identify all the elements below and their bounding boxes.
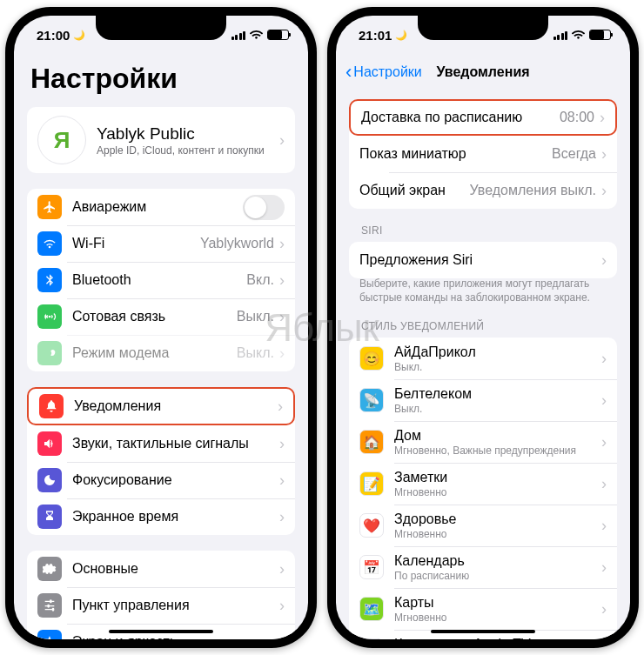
chevron-icon: › — [279, 271, 285, 290]
row-bluetooth[interactable]: Bluetooth Вкл.› — [27, 262, 295, 298]
sliders-icon — [37, 593, 62, 618]
app-label: АйДаПрикол — [394, 344, 601, 360]
app-icon: 🗺️ — [359, 597, 384, 621]
chevron-left-icon: ‹ — [345, 63, 352, 82]
home-indicator[interactable] — [431, 630, 535, 633]
chevron-icon: › — [601, 391, 607, 410]
cellular-icon — [553, 30, 568, 40]
row-app[interactable]: 📅КалендарьПо расписанию› — [349, 546, 617, 588]
chevron-icon: › — [279, 235, 285, 253]
row-screen-sharing[interactable]: Общий экран Уведомления выкл.› — [349, 172, 617, 209]
wifi-icon — [37, 231, 62, 256]
chevron-icon: › — [601, 558, 607, 577]
chevron-icon: › — [278, 398, 283, 416]
page-title: Уведомления — [436, 64, 529, 80]
app-label: Дом — [394, 428, 601, 444]
app-icon: 📅 — [359, 555, 384, 579]
row-notifications[interactable]: Уведомления› — [27, 387, 295, 425]
row-wifi[interactable]: Wi-Fi Yablykworld› — [27, 225, 295, 262]
row-siri-suggestions[interactable]: Предложения Siri› — [349, 242, 617, 278]
app-label: Здоровье — [394, 511, 601, 527]
moon-icon — [37, 468, 62, 492]
app-sub: Мгновенно — [394, 486, 601, 498]
app-label: Карты — [394, 595, 601, 611]
chevron-icon: › — [279, 560, 285, 578]
row-app[interactable]: 🗺️КартыМгновенно› — [349, 588, 617, 630]
row-cellular[interactable]: Сотовая связь Выкл.› — [27, 298, 295, 335]
row-app[interactable]: 😊АйДаПриколВыкл.› — [349, 338, 617, 379]
row-app[interactable]: 📝ЗаметкиМгновенно› — [349, 463, 617, 505]
chevron-icon: › — [279, 131, 285, 150]
row-app[interactable]: 📡БелтелекомВыкл.› — [349, 379, 617, 421]
battery-icon — [267, 30, 289, 40]
chevron-icon: › — [279, 308, 285, 326]
hourglass-icon — [37, 505, 62, 529]
row-sounds[interactable]: Звуки, тактильные сигналы› — [27, 425, 295, 462]
chevron-icon: › — [279, 471, 285, 490]
row-hotspot[interactable]: Режим модема Выкл.› — [27, 335, 295, 371]
app-icon: 📝 — [359, 471, 384, 496]
chevron-icon: › — [279, 435, 285, 453]
apple-id-sub: Apple ID, iCloud, контент и покупки — [97, 144, 279, 157]
chevron-icon: › — [279, 344, 285, 363]
bell-icon — [39, 394, 64, 418]
battery-icon — [589, 30, 611, 40]
airplane-toggle[interactable] — [243, 195, 285, 220]
page-title: Настройки — [30, 63, 295, 95]
siri-footer: Выберите, какие приложения могут предлаг… — [359, 277, 607, 304]
row-screentime[interactable]: Экранное время› — [27, 498, 295, 535]
app-sub: Выкл. — [394, 361, 601, 373]
row-app[interactable]: 🏠ДомМгновенно, Важные предупреждения› — [349, 421, 617, 463]
speaker-icon — [37, 431, 62, 456]
back-button[interactable]: ‹Настройки — [345, 63, 422, 82]
cellular-icon — [37, 304, 62, 329]
chevron-icon: › — [279, 508, 285, 526]
time: 21:01 — [359, 28, 392, 43]
chevron-icon: › — [279, 633, 285, 640]
home-indicator[interactable] — [109, 630, 213, 633]
row-general[interactable]: Основные› — [27, 551, 295, 587]
app-icon: 😊 — [359, 346, 384, 371]
app-icon: ❤️ — [359, 513, 384, 538]
section-style: СТИЛЬ УВЕДОМЛЕНИЙ — [361, 320, 617, 332]
app-sub: Мгновенно — [394, 612, 601, 624]
apple-id-name: Yablyk Public — [97, 124, 279, 144]
chevron-icon: › — [601, 251, 607, 270]
chevron-icon: › — [601, 600, 607, 618]
chevron-icon: › — [601, 145, 607, 164]
app-label: Заметки — [394, 470, 601, 485]
app-sub: Мгновенно — [394, 528, 601, 540]
gear-icon — [37, 557, 62, 581]
section-siri: SIRI — [361, 224, 617, 237]
row-app[interactable]: ❤️ЗдоровьеМгновенно› — [349, 505, 617, 546]
wifi-icon — [250, 30, 263, 40]
chevron-icon: › — [601, 433, 607, 451]
app-icon: 📡 — [359, 388, 384, 412]
time: 21:00 — [37, 28, 70, 43]
app-label: Клавиатура Apple TV — [394, 637, 601, 639]
row-airplane[interactable]: Авиарежим — [27, 189, 295, 225]
chevron-icon: › — [601, 182, 607, 200]
text-size-icon — [37, 630, 62, 639]
row-scheduled-delivery[interactable]: Доставка по расписанию 08:00› — [349, 99, 617, 136]
bluetooth-icon — [37, 268, 62, 292]
app-icon: 🏠 — [359, 430, 384, 454]
app-label: Календарь — [394, 553, 601, 569]
row-focus[interactable]: Фокусирование› — [27, 462, 295, 498]
chevron-icon: › — [600, 109, 605, 127]
wifi-icon — [572, 30, 585, 40]
row-show-previews[interactable]: Показ миниатюр Всегда› — [349, 136, 617, 172]
hotspot-icon — [37, 341, 62, 365]
app-sub: Мгновенно, Важные предупреждения — [394, 444, 601, 457]
app-label: Белтелеком — [394, 386, 601, 402]
row-control-center[interactable]: Пункт управления› — [27, 587, 295, 624]
chevron-icon: › — [601, 517, 607, 535]
phone-left: 21:00🌙 Настройки Я Yablyk Public Apple I… — [5, 7, 317, 648]
cellular-icon — [231, 30, 246, 40]
apple-id-section[interactable]: Я Yablyk Public Apple ID, iCloud, контен… — [27, 107, 295, 173]
dnd-icon: 🌙 — [395, 30, 407, 41]
airplane-icon — [37, 195, 62, 219]
app-sub: Выкл. — [394, 403, 601, 415]
phone-right: 21:01🌙 ‹Настройки Уведомления Доставка п… — [327, 7, 639, 648]
app-icon: ⌨️ — [359, 638, 384, 639]
